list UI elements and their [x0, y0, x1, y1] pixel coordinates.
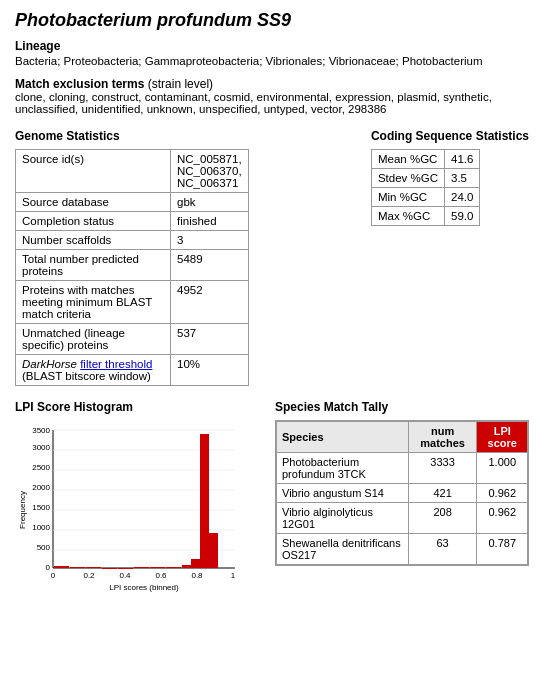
- table-cell-value: gbk: [171, 193, 249, 212]
- table-row: Source database gbk: [16, 193, 249, 212]
- table-row: Max %GC 59.0: [371, 207, 479, 226]
- lineage-section: Lineage Bacteria; Proteobacteria; Gammap…: [15, 39, 529, 67]
- svg-rect-30: [166, 567, 181, 568]
- svg-rect-31: [182, 565, 191, 568]
- table-row: Number scaffolds 3: [16, 231, 249, 250]
- match-exclusion-sublabel: (strain level): [148, 77, 213, 91]
- svg-rect-29: [150, 567, 165, 568]
- num-matches-value: 421: [408, 484, 477, 503]
- table-row: Mean %GC 41.6: [371, 150, 479, 169]
- species-tally-section: Species Match Tally Species num matches …: [275, 400, 529, 603]
- svg-text:1000: 1000: [32, 523, 50, 532]
- species-tally-table: Species num matches LPI score Photobacte…: [276, 421, 528, 565]
- table-row: Stdev %GC 3.5: [371, 169, 479, 188]
- table-row: Photobacterium profundum 3TCK 3333 1.000: [277, 453, 528, 484]
- species-name: Photobacterium profundum 3TCK: [277, 453, 409, 484]
- species-table-wrapper[interactable]: Species num matches LPI score Photobacte…: [275, 420, 529, 566]
- svg-text:0.8: 0.8: [191, 571, 203, 580]
- svg-rect-24: [70, 567, 85, 568]
- table-row: Source id(s) NC_005871,NC_006370,NC_0063…: [16, 150, 249, 193]
- table-cell-label: Proteins with matches meeting minimum BL…: [16, 281, 171, 324]
- table-cell-label: Stdev %GC: [371, 169, 444, 188]
- table-cell-label: Source id(s): [16, 150, 171, 193]
- table-cell-value: 59.0: [445, 207, 480, 226]
- lpi-score-value: 1.000: [477, 453, 528, 484]
- match-exclusion-text: clone, cloning, construct, contaminant, …: [15, 91, 529, 115]
- svg-text:3500: 3500: [32, 426, 50, 435]
- match-exclusion-bold: Match exclusion terms: [15, 77, 144, 91]
- svg-text:0.2: 0.2: [83, 571, 95, 580]
- svg-rect-32: [191, 559, 200, 568]
- coding-stats-table: Mean %GC 41.6 Stdev %GC 3.5 Min %GC 24.0…: [371, 149, 480, 226]
- table-row: Proteins with matches meeting minimum BL…: [16, 281, 249, 324]
- table-row: Vibrio alginolyticus 12G01 208 0.962: [277, 503, 528, 534]
- table-cell-label: Completion status: [16, 212, 171, 231]
- table-cell-label: Source database: [16, 193, 171, 212]
- table-cell-value: 5489: [171, 250, 249, 281]
- col-lpi-score: LPI score: [477, 422, 528, 453]
- species-tally-title: Species Match Tally: [275, 400, 529, 414]
- table-row: Vibrio angustum S14 421 0.962: [277, 484, 528, 503]
- table-row: Min %GC 24.0: [371, 188, 479, 207]
- table-cell-value: 24.0: [445, 188, 480, 207]
- lineage-text: Bacteria; Proteobacteria; Gammaproteobac…: [15, 55, 529, 67]
- table-cell-value: 41.6: [445, 150, 480, 169]
- filter-threshold-link[interactable]: filter threshold: [80, 358, 152, 370]
- svg-text:0.4: 0.4: [119, 571, 131, 580]
- table-cell-label: Total number predicted proteins: [16, 250, 171, 281]
- svg-rect-27: [118, 568, 133, 569]
- table-cell-value: 3: [171, 231, 249, 250]
- num-matches-value: 208: [408, 503, 477, 534]
- lpi-score-value: 0.787: [477, 534, 528, 565]
- table-cell-label: DarkHorse filter threshold (BLAST bitsco…: [16, 355, 171, 386]
- svg-text:2500: 2500: [32, 463, 50, 472]
- stats-row: Genome Statistics Source id(s) NC_005871…: [15, 129, 529, 386]
- svg-text:1: 1: [231, 571, 236, 580]
- svg-text:LPI scores (binned): LPI scores (binned): [109, 583, 179, 592]
- match-exclusion-label: Match exclusion terms (strain level): [15, 77, 529, 91]
- table-cell-label: Unmatched (lineage specific) proteins: [16, 324, 171, 355]
- lpi-score-value: 0.962: [477, 484, 528, 503]
- species-name: Vibrio alginolyticus 12G01: [277, 503, 409, 534]
- histogram-chart: 0 500 1000 1500 2000 2500 3000 3500 0 0.…: [15, 420, 245, 600]
- table-row: Completion status finished: [16, 212, 249, 231]
- table-row: Total number predicted proteins 5489: [16, 250, 249, 281]
- table-cell-value: 4952: [171, 281, 249, 324]
- svg-rect-23: [54, 566, 69, 568]
- darkhorse-label: DarkHorse: [22, 358, 77, 370]
- num-matches-value: 63: [408, 534, 477, 565]
- genome-stats: Genome Statistics Source id(s) NC_005871…: [15, 129, 351, 386]
- table-cell-value: 3.5: [445, 169, 480, 188]
- svg-rect-26: [102, 568, 117, 569]
- histogram-section: LPI Score Histogram 0 500 1000 1500 2000…: [15, 400, 255, 603]
- table-cell-value: finished: [171, 212, 249, 231]
- histogram-title: LPI Score Histogram: [15, 400, 255, 414]
- match-exclusion-section: Match exclusion terms (strain level) clo…: [15, 77, 529, 115]
- svg-text:1500: 1500: [32, 503, 50, 512]
- svg-rect-34: [209, 533, 218, 568]
- genome-stats-table: Source id(s) NC_005871,NC_006370,NC_0063…: [15, 149, 249, 386]
- table-cell-label: Max %GC: [371, 207, 444, 226]
- table-cell-value: 537: [171, 324, 249, 355]
- table-row: DarkHorse filter threshold (BLAST bitsco…: [16, 355, 249, 386]
- bottom-row: LPI Score Histogram 0 500 1000 1500 2000…: [15, 400, 529, 603]
- svg-text:500: 500: [37, 543, 51, 552]
- table-cell-value: NC_005871,NC_006370,NC_006371: [171, 150, 249, 193]
- page-title: Photobacterium profundum SS9: [15, 10, 529, 31]
- svg-text:Frequency: Frequency: [18, 491, 27, 529]
- genome-stats-title: Genome Statistics: [15, 129, 351, 143]
- col-num-matches: num matches: [408, 422, 477, 453]
- species-name: Vibrio angustum S14: [277, 484, 409, 503]
- svg-rect-28: [134, 567, 149, 568]
- coding-stats: Coding Sequence Statistics Mean %GC 41.6…: [371, 129, 529, 386]
- svg-text:3000: 3000: [32, 443, 50, 452]
- table-row: Unmatched (lineage specific) proteins 53…: [16, 324, 249, 355]
- species-name: Shewanella denitrificans OS217: [277, 534, 409, 565]
- svg-text:0: 0: [51, 571, 56, 580]
- svg-rect-25: [86, 567, 101, 568]
- svg-text:2000: 2000: [32, 483, 50, 492]
- col-species: Species: [277, 422, 409, 453]
- table-row: Shewanella denitrificans OS217 63 0.787: [277, 534, 528, 565]
- svg-rect-33: [200, 434, 209, 568]
- lpi-score-value: 0.962: [477, 503, 528, 534]
